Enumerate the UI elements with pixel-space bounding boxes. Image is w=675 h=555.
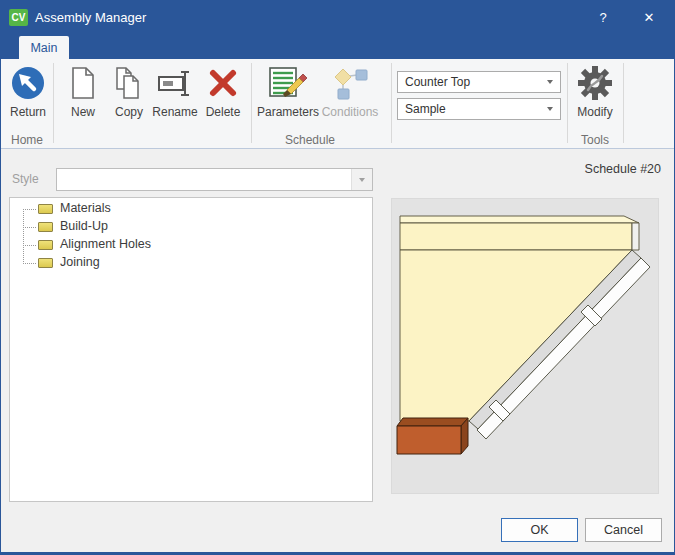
cancel-button[interactable]: Cancel: [585, 518, 662, 542]
tree-item-build-up[interactable]: Build-Up: [10, 218, 372, 236]
countertop-drawing: [392, 199, 658, 493]
backsplash-top-face: [400, 216, 639, 223]
schedule-type-value: Counter Top: [405, 75, 470, 89]
rename-icon: [157, 61, 193, 105]
rename-button[interactable]: Rename: [151, 61, 199, 127]
tree-item-label: Materials: [60, 201, 111, 215]
schedule-number-label: Schedule #20: [585, 162, 661, 176]
modify-button[interactable]: Modify: [571, 61, 619, 127]
parameters-label: Parameters: [257, 105, 319, 119]
delete-label: Delete: [206, 105, 241, 119]
group-label-home: Home: [1, 132, 53, 148]
tree-connector-stub: [23, 245, 36, 246]
dropdown-arrow-icon: [547, 80, 553, 84]
new-button[interactable]: New: [61, 61, 105, 127]
schedule-name-combo[interactable]: Sample: [397, 98, 561, 120]
close-button[interactable]: ✕: [638, 1, 660, 33]
assembly-manager-window: CV Assembly Manager ? ✕ Main Return: [0, 0, 675, 555]
return-label: Return: [10, 105, 46, 119]
backsplash-side-face: [632, 223, 639, 250]
assembly-preview-panel: [391, 198, 659, 494]
tree-item-label: Alignment Holes: [60, 237, 151, 251]
ribbon: Return New Copy: [1, 59, 674, 149]
copy-button[interactable]: Copy: [107, 61, 151, 127]
modify-gear-icon: [577, 61, 613, 105]
block-front-face: [397, 426, 461, 454]
app-icon: CV: [9, 9, 28, 26]
tree-item-joining[interactable]: Joining: [10, 254, 372, 272]
dropdown-arrow-icon: [547, 107, 553, 111]
parameters-button[interactable]: Parameters: [257, 61, 319, 127]
tree-node-icon: [38, 204, 53, 214]
copy-icon: [114, 61, 144, 105]
tree-node-icon: [38, 222, 53, 232]
backsplash-front-face: [400, 223, 632, 250]
tree-connector-stub: [23, 209, 36, 210]
tree-node-icon: [38, 258, 53, 268]
group-label-schedule: Schedule: [53, 132, 567, 148]
tree-item-alignment-holes[interactable]: Alignment Holes: [10, 236, 372, 254]
ribbon-separator: [567, 63, 568, 143]
block-top-face: [397, 418, 468, 426]
ok-button[interactable]: OK: [501, 518, 578, 542]
delete-button[interactable]: Delete: [199, 61, 247, 127]
group-label-tools: Tools: [567, 132, 623, 148]
new-document-icon: [70, 61, 96, 105]
parameters-icon: [268, 61, 308, 105]
new-label: New: [71, 105, 95, 119]
title-bar: CV Assembly Manager ? ✕: [1, 1, 674, 33]
style-label: Style: [12, 172, 39, 186]
ribbon-separator: [391, 63, 392, 143]
tab-main[interactable]: Main: [19, 36, 69, 59]
schedule-type-combo[interactable]: Counter Top: [397, 71, 561, 93]
ribbon-separator: [53, 63, 54, 143]
conditions-button: Conditions: [319, 61, 381, 127]
tree-connector-stub: [23, 227, 36, 228]
ribbon-separator: [623, 63, 624, 143]
ribbon-separator: [251, 63, 252, 143]
style-combo-arrow-button[interactable]: [351, 169, 372, 190]
return-icon: [10, 61, 46, 105]
window-title: Assembly Manager: [35, 1, 146, 33]
copy-label: Copy: [115, 105, 143, 119]
conditions-icon: [331, 61, 369, 105]
tree-item-label: Build-Up: [60, 219, 108, 233]
tree-item-label: Joining: [60, 255, 100, 269]
ribbon-tab-row: Main: [1, 33, 674, 59]
help-button[interactable]: ?: [592, 1, 614, 33]
conditions-label: Conditions: [322, 105, 379, 119]
return-button[interactable]: Return: [5, 61, 51, 127]
tree-node-icon: [38, 240, 53, 250]
dropdown-arrow-icon: [359, 178, 365, 182]
tree-item-materials[interactable]: Materials: [10, 200, 372, 218]
style-combo[interactable]: [56, 168, 373, 191]
delete-icon: [208, 61, 238, 105]
assembly-tree-panel: Materials Build-Up Alignment Holes Joini…: [9, 197, 373, 502]
schedule-name-value: Sample: [405, 102, 446, 116]
modify-label: Modify: [577, 105, 612, 119]
rename-label: Rename: [152, 105, 197, 119]
tree-connector-stub: [23, 263, 36, 264]
